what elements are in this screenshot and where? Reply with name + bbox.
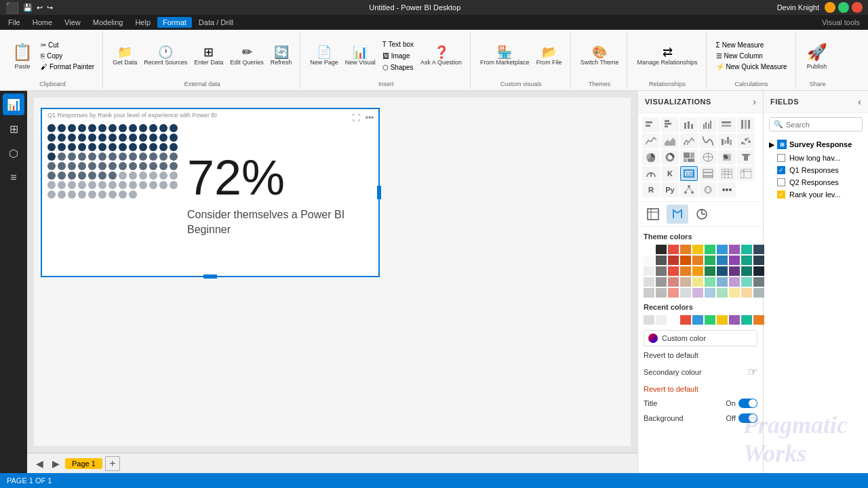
data-view-button[interactable]: ⊞ — [3, 118, 24, 140]
recent-color-swatch-0[interactable] — [644, 315, 654, 325]
fields-search[interactable]: 🔍 — [769, 117, 863, 131]
theme-color-swatch-44[interactable] — [692, 288, 703, 298]
close-button[interactable] — [852, 2, 863, 13]
theme-color-swatch-24[interactable] — [692, 266, 703, 276]
theme-color-swatch-40[interactable] — [644, 288, 654, 298]
menu-view[interactable]: View — [59, 17, 86, 28]
page-prev-button[interactable]: ◀ — [33, 457, 46, 470]
maximize-button[interactable] — [838, 2, 849, 13]
theme-color-swatch-5[interactable] — [705, 245, 715, 254]
background-toggle[interactable]: Off — [726, 413, 757, 423]
theme-color-swatch-27[interactable] — [729, 266, 740, 276]
theme-color-swatch-36[interactable] — [717, 277, 728, 287]
viz-filled-map[interactable] — [718, 150, 736, 165]
viz-decomposition-tree[interactable] — [680, 182, 698, 197]
recent-color-swatch-3[interactable] — [680, 315, 691, 325]
theme-color-swatch-7[interactable] — [729, 245, 740, 254]
theme-color-swatch-6[interactable] — [717, 245, 728, 254]
quick-measure-button[interactable]: ⚡ New Quick Measure — [713, 62, 790, 72]
viz-donut[interactable] — [661, 150, 679, 165]
theme-color-swatch-47[interactable] — [729, 288, 740, 298]
viz-r-visual[interactable]: R — [642, 182, 660, 197]
new-page-button[interactable]: 📄 New Page — [307, 45, 341, 67]
theme-color-swatch-33[interactable] — [680, 277, 691, 287]
minimize-button[interactable] — [825, 2, 835, 13]
refresh-button[interactable]: 🔄 Refresh — [268, 45, 295, 67]
theme-color-swatch-29[interactable] — [753, 266, 764, 276]
title-toggle-track[interactable] — [738, 399, 757, 408]
viz-area-chart[interactable] — [661, 134, 679, 148]
q1-checkbox[interactable]: ✓ — [777, 166, 785, 174]
theme-color-swatch-35[interactable] — [705, 277, 715, 287]
recent-color-swatch-2[interactable] — [668, 315, 679, 325]
revert-default-button[interactable]: Revert to default — [644, 349, 757, 361]
theme-color-swatch-11[interactable] — [656, 256, 667, 265]
theme-color-swatch-21[interactable] — [656, 266, 667, 276]
viz-funnel[interactable] — [737, 150, 755, 165]
viz-more[interactable]: ••• — [718, 182, 736, 197]
visual-more-button[interactable]: ••• — [363, 112, 376, 124]
switch-theme-button[interactable]: 🎨 Switch Theme — [578, 45, 622, 67]
visual-focus-button[interactable]: ⛶ — [350, 112, 362, 124]
theme-color-swatch-39[interactable] — [753, 277, 764, 287]
resize-handle-right[interactable] — [377, 186, 381, 199]
image-button[interactable]: 🖼 Image — [380, 51, 416, 61]
format-painter-button[interactable]: 🖌 Format Painter — [38, 62, 97, 72]
recent-color-swatch-4[interactable] — [692, 315, 703, 325]
recent-color-swatch-9[interactable] — [753, 315, 764, 325]
viz-expand-button[interactable]: › — [753, 96, 756, 107]
visual-card[interactable]: Q1 Responses by Rank your level of exper… — [41, 108, 380, 277]
viz-custom-globe[interactable] — [699, 182, 717, 197]
viz-gauge[interactable] — [642, 166, 660, 181]
from-file-button[interactable]: 📂 From File — [534, 45, 565, 67]
menu-file[interactable]: File — [3, 17, 26, 28]
viz-pie-chart[interactable] — [642, 150, 660, 165]
theme-color-swatch-23[interactable] — [680, 266, 691, 276]
from-marketplace-button[interactable]: 🏪 From Marketplace — [477, 45, 532, 67]
manage-relationships-button[interactable]: ⇄ Manage Relationships — [634, 45, 700, 67]
viz-100pct-stacked-column[interactable] — [737, 117, 755, 132]
viz-ribbon-chart[interactable] — [699, 134, 717, 148]
background-toggle-track[interactable] — [738, 413, 757, 423]
analytics-tab[interactable] — [691, 205, 713, 224]
theme-color-swatch-32[interactable] — [668, 277, 679, 287]
get-data-button[interactable]: 📁 Get Data — [110, 45, 140, 67]
theme-color-swatch-15[interactable] — [705, 256, 715, 265]
copy-button[interactable]: ⎘ Copy — [38, 51, 97, 61]
theme-color-swatch-46[interactable] — [717, 288, 728, 298]
viz-multi-row-card[interactable] — [699, 166, 717, 181]
theme-color-swatch-43[interactable] — [680, 288, 691, 298]
menu-data-drill[interactable]: Data / Drill — [193, 17, 239, 28]
cut-button[interactable]: ✂ Cut — [38, 40, 97, 50]
add-page-button[interactable]: + — [105, 456, 120, 471]
theme-color-swatch-22[interactable] — [668, 266, 679, 276]
theme-color-swatch-30[interactable] — [644, 277, 654, 287]
viz-map[interactable] — [699, 150, 717, 165]
theme-color-swatch-12[interactable] — [668, 256, 679, 265]
fields-expand-button[interactable]: ‹ — [858, 96, 861, 107]
recent-color-swatch-1[interactable] — [656, 315, 667, 325]
redo-icon[interactable]: ↪ — [47, 3, 53, 12]
viz-line-chart[interactable] — [642, 134, 660, 148]
viz-waterfall[interactable] — [718, 134, 736, 148]
theme-color-swatch-14[interactable] — [692, 256, 703, 265]
theme-color-swatch-20[interactable] — [644, 266, 654, 276]
field-rank-your-level[interactable]: ✓ Rank your lev... — [766, 188, 865, 201]
viz-stacked-column[interactable] — [680, 117, 698, 132]
custom-color-button[interactable]: Custom color — [644, 330, 757, 346]
viz-kpi[interactable]: K — [661, 166, 679, 181]
theme-color-swatch-34[interactable] — [692, 277, 703, 287]
theme-color-swatch-41[interactable] — [656, 288, 667, 298]
theme-color-swatch-42[interactable] — [668, 288, 679, 298]
theme-color-swatch-48[interactable] — [741, 288, 752, 298]
undo-icon[interactable]: ↩ — [37, 3, 43, 12]
recent-color-swatch-5[interactable] — [705, 315, 715, 325]
viz-clustered-column[interactable] — [699, 117, 717, 132]
theme-color-swatch-26[interactable] — [717, 266, 728, 276]
text-box-button[interactable]: T Text box — [380, 39, 416, 49]
rank-checkbox[interactable]: ✓ — [777, 190, 785, 199]
model-view-button[interactable]: ⬡ — [3, 142, 24, 164]
survey-response-group-header[interactable]: ▶ ⊞ Survey Response — [766, 137, 865, 152]
recent-color-swatch-6[interactable] — [717, 315, 728, 325]
theme-color-swatch-10[interactable] — [644, 256, 654, 265]
